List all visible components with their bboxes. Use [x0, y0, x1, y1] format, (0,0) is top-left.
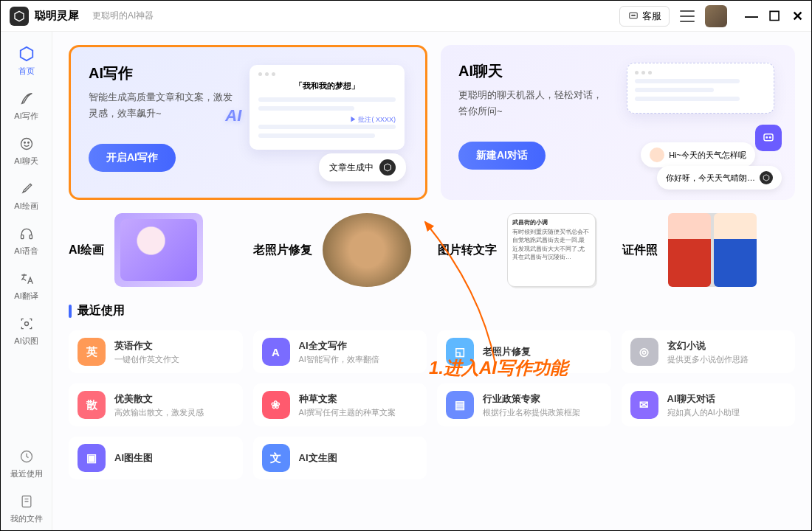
- main-content: AI写作 智能生成高质量文章和文案，激发灵感，效率飙升~ 开启AI写作 AI 「…: [52, 32, 811, 530]
- nav-translate[interactable]: AI翻译: [4, 264, 49, 308]
- recent-grid: 英 英语作文 一键创作英文作文 A AI全文写作 AI智能写作，效率翻倍 ◱ 老…: [69, 330, 795, 479]
- file-icon: [18, 493, 35, 510]
- bot-avatar-icon: [650, 148, 664, 162]
- svg-point-17: [770, 137, 771, 139]
- smile-icon: [18, 135, 35, 153]
- writing-mock-window: 「我和我的梦想」 ▶ 批注( XXXX): [250, 65, 405, 150]
- recent-sub: 提供更多小说创作思路: [667, 354, 749, 365]
- recent-icon: ▤: [446, 391, 474, 419]
- recent-icon: ◎: [630, 338, 658, 366]
- recent-item[interactable]: ▣ AI图生图: [69, 437, 243, 479]
- support-button[interactable]: 客服: [619, 6, 670, 27]
- feature-photorestore[interactable]: 老照片修复: [253, 213, 426, 287]
- recent-heading-label: 最近使用: [78, 303, 125, 319]
- nav-label: 最近使用: [10, 468, 43, 479]
- feature-title: 图片转文字: [438, 243, 497, 258]
- feature-ocr[interactable]: 图片转文字 武昌街的小调 有时候到重庆随便买书总会不自觉地跑武昌街去走一回,最近…: [438, 213, 610, 287]
- svg-point-2: [632, 15, 633, 15]
- chat-icon: [627, 11, 639, 21]
- recent-sub: AI撰写任何主题的种草文案: [299, 407, 396, 418]
- recent-item[interactable]: A AI全文写作 AI智能写作，效率翻倍: [253, 330, 427, 373]
- recent-icon: ✉: [630, 391, 658, 419]
- nav-label: AI聊天: [14, 156, 38, 167]
- chat-bubble-user: Hi~今天的天气怎样呢: [641, 142, 755, 167]
- recent-sub: 根据行业名称提供政策框架: [483, 407, 580, 418]
- recent-sub: 宛如真人的AI小助理: [667, 407, 740, 418]
- recent-icon: 文: [262, 444, 290, 472]
- recent-item[interactable]: 英 英语作文 一键创作英文作文: [69, 330, 243, 373]
- menu-button[interactable]: [680, 10, 695, 22]
- feature-row: AI绘画 老照片修复 图片转文字 武昌街的小调 有时候到重庆随便买书总会不自觉地…: [69, 213, 795, 287]
- nav-voice[interactable]: AI语音: [4, 219, 49, 263]
- recent-sub: 一键创作英文作文: [114, 354, 179, 365]
- recent-item[interactable]: ◱ 老照片修复: [437, 330, 611, 373]
- feature-aidraw[interactable]: AI绘画: [69, 213, 241, 287]
- hero-writing-card[interactable]: AI写作 智能生成高质量文章和文案，激发灵感，效率飙升~ 开启AI写作 AI 「…: [69, 45, 427, 200]
- svg-marker-18: [763, 175, 769, 181]
- generating-pill: 文章生成中: [319, 153, 406, 181]
- nav-label: AI绘画: [14, 201, 38, 212]
- nav-ocr[interactable]: AI识图: [4, 309, 49, 353]
- brush-icon: [18, 180, 35, 198]
- svg-point-8: [27, 142, 29, 144]
- recent-name: 英语作文: [114, 339, 179, 353]
- nav-label: 我的文件: [10, 513, 43, 524]
- feature-idphoto[interactable]: 证件照: [622, 213, 795, 287]
- app-name: 聪明灵犀: [35, 9, 79, 23]
- recent-name: AI图生图: [114, 451, 153, 465]
- chat-bubble-reply: 你好呀，今天天气晴朗…: [657, 166, 782, 190]
- hero-writing-title: AI写作: [89, 63, 241, 83]
- recent-icon: 英: [78, 338, 106, 366]
- hex-icon: [379, 159, 396, 176]
- clock-icon: [18, 448, 35, 465]
- recent-item[interactable]: ❀ 种草文案 AI撰写任何主题的种草文案: [253, 384, 427, 426]
- recent-item[interactable]: 散 优美散文 高效输出散文，激发灵感: [69, 384, 243, 426]
- svg-point-7: [24, 142, 25, 144]
- nav-label: AI翻译: [14, 291, 38, 302]
- nav-draw[interactable]: AI绘画: [4, 174, 49, 218]
- hero-writing-desc: 智能生成高质量文章和文案，激发灵感，效率飙升~: [89, 89, 241, 122]
- ai-badge: AI: [225, 106, 241, 125]
- feather-icon: [18, 90, 35, 108]
- sidebar: 首页 AI写作 AI聊天 AI绘画 AI语音 AI翻译 AI识图 最: [1, 32, 52, 530]
- recent-item[interactable]: ▤ 行业政策专家 根据行业名称提供政策框架: [437, 384, 611, 426]
- feature-title: 老照片修复: [253, 243, 312, 258]
- feature-title: 证件照: [622, 243, 658, 258]
- window-minimize[interactable]: —: [745, 11, 755, 21]
- new-chat-button[interactable]: 新建AI对话: [458, 142, 546, 170]
- svg-point-3: [633, 15, 633, 15]
- svg-point-11: [24, 322, 28, 326]
- recent-sub: 高效输出散文，激发灵感: [114, 407, 204, 418]
- chat-fab-icon: [755, 125, 782, 151]
- headphone-icon: [18, 225, 35, 243]
- feature-title: AI绘画: [69, 243, 104, 258]
- recent-item[interactable]: ✉ AI聊天对话 宛如真人的AI小助理: [622, 384, 796, 426]
- hero-chat-card[interactable]: AI聊天 更聪明的聊天机器人，轻松对话，答你所问~ 新建AI对话 Hi~今天的天…: [441, 45, 795, 200]
- nav-home[interactable]: 首页: [4, 39, 49, 83]
- recent-name: 行业政策专家: [483, 392, 580, 406]
- svg-rect-15: [764, 134, 773, 141]
- nav-files[interactable]: 我的文件: [4, 487, 49, 530]
- chat-mock-window: [627, 63, 774, 114]
- doc-body: 有时候到重庆随便买书总会不自觉地跑武昌街去走一回,最近发现武昌街大大不同了,尤其…: [512, 228, 591, 261]
- svg-point-16: [766, 137, 768, 139]
- recent-name: 玄幻小说: [667, 339, 749, 353]
- recent-item[interactable]: ◎ 玄幻小说 提供更多小说创作思路: [622, 330, 796, 373]
- recent-item[interactable]: 文 AI文生图: [253, 437, 427, 479]
- nav-writing[interactable]: AI写作: [4, 84, 49, 128]
- start-writing-button[interactable]: 开启AI写作: [89, 144, 176, 172]
- svg-marker-5: [20, 47, 32, 60]
- recent-icon: A: [262, 338, 290, 366]
- window-close[interactable]: ✕: [792, 11, 802, 21]
- feature-thumb: [668, 213, 757, 287]
- nav-label: AI语音: [14, 246, 38, 257]
- window-maximize[interactable]: ☐: [768, 11, 779, 21]
- user-avatar[interactable]: [705, 5, 727, 27]
- nav-chat[interactable]: AI聊天: [4, 129, 49, 173]
- svg-rect-9: [21, 235, 23, 239]
- svg-point-6: [21, 139, 32, 150]
- hero-chat-title: AI聊天: [458, 61, 611, 81]
- mock-annotation: ▶ 批注( XXXX): [258, 115, 396, 125]
- recent-sub: AI智能写作，效率翻倍: [299, 354, 379, 365]
- nav-recent[interactable]: 最近使用: [4, 442, 49, 485]
